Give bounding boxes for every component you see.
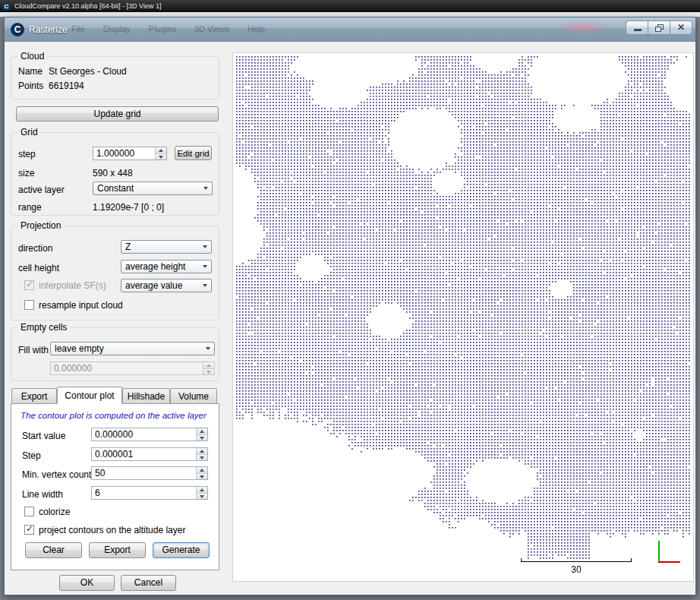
dialog-titlebar[interactable]: C Rasterize File Display Plugins 3D View…: [5, 17, 695, 42]
chevron-down-icon: [203, 265, 207, 268]
step-spin-value: 1.000000: [96, 148, 134, 159]
spin-up-button[interactable]: [197, 448, 207, 455]
empty-cells-group-legend: Empty cells: [17, 322, 70, 333]
arrow-down-icon: [200, 475, 204, 478]
spin-buttons: [196, 467, 207, 479]
scalebar-label: 30: [521, 564, 632, 575]
clear-button[interactable]: Clear: [25, 542, 82, 558]
spin-buttons: [196, 448, 207, 460]
cancel-button[interactable]: Cancel: [121, 575, 176, 591]
empty-cells-group: Empty cells Fill with leave empty 0.0000…: [11, 327, 219, 381]
grid-group-legend: Grid: [17, 127, 41, 138]
line-width-spinbox[interactable]: 6: [91, 486, 208, 500]
cloud-points-value: 6619194: [49, 79, 84, 93]
spin-up-button[interactable]: [156, 147, 166, 154]
projection-group-legend: Projection: [17, 220, 64, 232]
spin-down-button[interactable]: [197, 455, 207, 461]
arrow-down-icon: [200, 437, 204, 440]
spin-down-button[interactable]: [197, 494, 207, 500]
min-vertex-spinbox[interactable]: 50: [91, 466, 208, 480]
dialog-title: Rasterize: [29, 24, 68, 35]
chevron-down-icon: [206, 347, 210, 350]
generate-button[interactable]: Generate: [153, 542, 210, 558]
close-button[interactable]: ✕: [670, 21, 692, 35]
project-contours-label: project contours on the altitude layer: [39, 523, 185, 537]
chevron-down-icon: [203, 245, 207, 248]
arrow-up-icon: [159, 149, 163, 152]
axis-x-red-icon: [658, 561, 680, 563]
menu-item-plugins: Plugins: [149, 24, 176, 33]
resample-checkbox[interactable]: [24, 300, 34, 310]
interpolate-sf-checkbox[interactable]: ✓: [24, 280, 34, 290]
start-value-spinbox[interactable]: 0.000000: [91, 428, 208, 441]
minimize-button[interactable]: [626, 21, 648, 35]
colorize-label: colorize: [39, 505, 70, 519]
export-button[interactable]: Export: [89, 542, 146, 558]
spin-up-button[interactable]: [197, 467, 207, 474]
spin-up-button[interactable]: [197, 428, 207, 435]
axis-y-green-icon: [658, 541, 660, 563]
contour-step-spinbox[interactable]: 0.000001: [91, 447, 208, 461]
size-label: size: [18, 166, 34, 180]
active-layer-combo[interactable]: Constant: [93, 182, 213, 195]
direction-label: direction: [18, 242, 52, 255]
update-grid-button[interactable]: Update grid: [16, 106, 219, 122]
spin-down-button[interactable]: [156, 154, 166, 160]
cell-height-value: average height: [125, 261, 185, 272]
step-spin-buttons: [155, 147, 166, 159]
empty-cell-spin-buttons: [203, 362, 214, 374]
interpolate-sf-value: average value: [125, 280, 182, 291]
ok-button[interactable]: OK: [59, 575, 115, 591]
spin-down-button[interactable]: [197, 435, 207, 441]
direction-value: Z: [125, 242, 131, 252]
min-vertex-label: Min. vertex count: [22, 468, 91, 482]
empty-cell-value: 0.000000: [54, 363, 92, 374]
spin-up-button: [203, 362, 214, 369]
scalebar-line: [521, 561, 632, 562]
min-vertex-value: 50: [95, 468, 105, 478]
active-layer-value: Constant: [97, 183, 134, 194]
cloudcompare-logo-icon: C: [2, 2, 11, 11]
spin-up-button[interactable]: [197, 487, 207, 494]
interpolate-sf-combo[interactable]: average value: [121, 279, 212, 292]
empty-cell-value-spinbox: 0.000000: [50, 362, 215, 375]
cloud-name-value: St Georges - Cloud: [49, 65, 127, 78]
raster-preview-canvas[interactable]: [233, 53, 693, 581]
cell-height-combo[interactable]: average height: [121, 260, 212, 273]
tab-export[interactable]: Export: [11, 388, 57, 404]
direction-combo[interactable]: Z: [121, 240, 212, 254]
projection-group: Projection direction Z cell height avera…: [11, 226, 219, 321]
project-contours-checkbox[interactable]: ✓: [24, 525, 34, 535]
rasterize-dialog-icon: C: [11, 23, 24, 36]
minimize-icon: [634, 29, 642, 31]
restore-button[interactable]: [648, 21, 670, 35]
rasterize-dialog: C Rasterize File Display Plugins 3D View…: [4, 17, 696, 595]
spin-down-button[interactable]: [197, 474, 207, 480]
arrow-down-icon: [207, 371, 211, 374]
size-value: 590 x 448: [93, 166, 133, 180]
range-label: range: [18, 201, 42, 214]
arrow-up-icon: [200, 450, 204, 453]
step-spinbox[interactable]: 1.000000: [93, 147, 167, 160]
resample-label: resample input cloud: [39, 298, 123, 312]
fill-with-combo[interactable]: leave empty: [50, 342, 215, 355]
scalebar-right-tick: [631, 558, 632, 562]
arrow-up-icon: [200, 430, 204, 433]
menu-item-help: Help: [248, 24, 265, 33]
tab-contour-plot[interactable]: Contour plot: [57, 387, 122, 404]
active-layer-label: active layer: [18, 183, 65, 197]
line-width-value: 6: [95, 488, 100, 498]
cloud-group: Cloud Name St Georges - Cloud Points 661…: [11, 56, 219, 99]
edit-grid-button[interactable]: Edit grid: [175, 146, 212, 160]
arrow-up-icon: [200, 469, 204, 472]
menu-item-3d-views: 3D Views: [194, 24, 229, 33]
tab-hillshade[interactable]: Hillshade: [122, 388, 170, 404]
range-value: 1.19209e-7 [0 ; 0]: [93, 201, 164, 214]
spin-buttons: [196, 428, 207, 441]
colorize-checkbox[interactable]: [24, 507, 34, 516]
step-label: step: [18, 147, 36, 161]
chevron-down-icon: [203, 284, 207, 287]
tab-volume[interactable]: Volume: [170, 388, 217, 404]
close-icon: ✕: [670, 22, 692, 33]
app-titlebar: C CloudCompare v2.10.alpha [64-bit] - [3…: [0, 0, 700, 12]
